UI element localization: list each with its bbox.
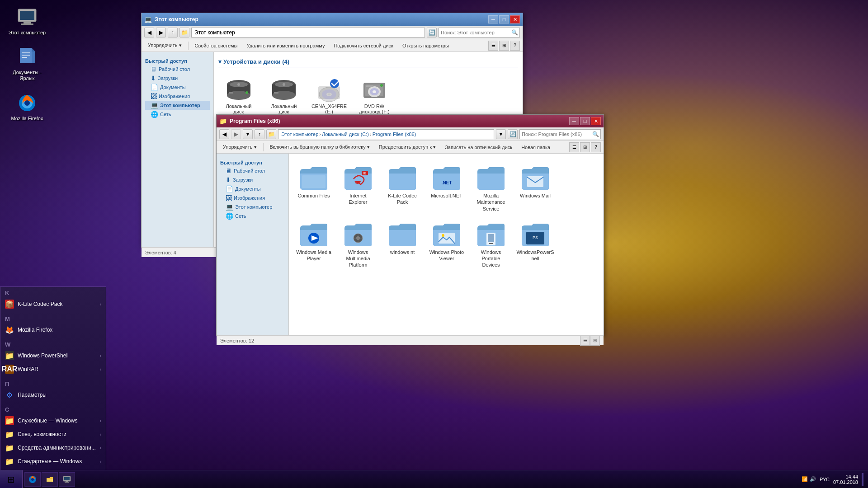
progfiles-include-library-button[interactable]: Включить выбранную папку в библиотеку ▾ (266, 143, 373, 151)
taskbar-clock[interactable]: 14:44 07.01.2018 (833, 474, 858, 485)
menu-item-klite[interactable]: 📦 K-Lite Codec Pack › (0, 297, 106, 311)
progfiles-status-view2[interactable]: ⊞ (590, 336, 600, 346)
mycomputer-icon2: 💻 (226, 203, 233, 211)
mypc-view-btn1[interactable]: ☰ (488, 41, 498, 51)
winrar-icon: RAR (5, 365, 14, 374)
progfiles-forward-button[interactable]: ▶ (231, 129, 241, 139)
menu-item-powershell[interactable]: 📁 Windows PowerShell › (0, 349, 106, 362)
progfiles-status-view1[interactable]: ☰ (580, 336, 590, 346)
mypc-close-button[interactable]: ✕ (510, 15, 520, 23)
progfiles-help-button[interactable]: ? (591, 142, 601, 152)
progfiles-sidebar-desktop[interactable]: 🖥 Рабочий стол (220, 166, 285, 175)
mypc-sidebar-images[interactable]: 🖼 Изображения (145, 92, 210, 101)
mypc-section-collapse[interactable]: ▾ (218, 58, 222, 65)
mypc-up-button[interactable]: ↑ (168, 28, 178, 38)
progfiles-view-btn2[interactable]: ⊞ (580, 142, 590, 152)
progfiles-search-input[interactable] (520, 131, 590, 137)
mypc-back-button[interactable]: ◀ (144, 28, 154, 38)
desktop-icon-firefox[interactable]: Mozilla Firefox (5, 90, 50, 123)
menu-item-system-windows[interactable]: 📁 Служебные — Windows › (0, 414, 106, 427)
folder-dotnet[interactable]: .NET Microsoft.NET (426, 162, 467, 215)
progfiles-close-button[interactable]: ✕ (591, 117, 601, 125)
menu-item-firefox[interactable]: 🦊 Mozilla Firefox (0, 323, 106, 337)
folder-wmp[interactable]: Windows MediaPlayer (293, 218, 334, 271)
progfiles-sidebar-mycomputer[interactable]: 💻 Этот компьютер (220, 202, 285, 211)
progfiles-address-field[interactable]: Этот компьютер › Локальный диск (C:) › P… (278, 129, 494, 139)
mypc-location-button[interactable]: 📁 (179, 28, 189, 38)
start-button[interactable]: ⊞ (0, 470, 23, 488)
progfiles-maximize-button[interactable]: □ (580, 117, 590, 125)
desktop-icon-mycomputer[interactable]: Этот компьютер (5, 5, 50, 38)
breadcrumb-progfiles[interactable]: Program Files (x86) (373, 131, 416, 137)
mypc-maximize-button[interactable]: □ (499, 15, 509, 23)
menu-item-admintools[interactable]: 📁 Средства администрировани... › (0, 441, 106, 455)
breadcrumb-mycomputer[interactable]: Этот компьютер (281, 131, 318, 137)
folder-powershell[interactable]: PS WindowsPowerShell (515, 218, 556, 271)
progfiles-search-button[interactable]: 🔍 (590, 131, 600, 137)
progfiles-search-field[interactable]: 🔍 (519, 129, 601, 139)
progfiles-back-button[interactable]: ◀ (219, 129, 229, 139)
progfiles-sidebar-network[interactable]: 🌐 Сеть (220, 211, 285, 221)
breadcrumb-drive-c[interactable]: Локальный диск (C:) (322, 131, 369, 137)
mypc-search-input[interactable] (439, 30, 509, 35)
mypc-search-field[interactable]: 🔍 (439, 28, 520, 38)
mypc-sidebar-network[interactable]: 🌐 Сеть (145, 110, 210, 119)
menu-item-standard-windows[interactable]: 📁 Стандартные — Windows › (0, 455, 106, 468)
folder-windows-mail[interactable]: Windows Mail (515, 162, 556, 215)
progfiles-sidebar-images[interactable]: 🖼 Изображения (220, 193, 285, 202)
taskbar-mypc[interactable] (59, 472, 75, 487)
progfiles-address-dropdown[interactable]: ▾ (496, 129, 506, 139)
taskbar-firefox[interactable] (24, 472, 41, 487)
mypc-organize-button[interactable]: Упорядочить ▾ (144, 42, 185, 49)
mypc-sidebar-desktop[interactable]: 🖥 Рабочий стол (145, 65, 210, 74)
mypc-help-button[interactable]: ? (510, 41, 520, 51)
progfiles-location-button[interactable]: 📁 (266, 129, 276, 139)
folder-windows-nt[interactable]: windows nt (382, 218, 423, 271)
mypc-search-button[interactable]: 🔍 (509, 29, 519, 36)
folder-ie[interactable]: IE Internet Explorer (338, 162, 378, 215)
mypc-sidebar-mycomputer[interactable]: 💻 Этот компьютер (145, 101, 210, 110)
drive-c-icon (225, 79, 252, 102)
progfiles-refresh-button[interactable]: 🔄 (508, 129, 518, 139)
progfiles-burn-button[interactable]: Записать на оптический диск (441, 144, 516, 151)
menu-item-settings[interactable]: ⚙ Параметры (0, 388, 106, 402)
progfiles-view-btn1[interactable]: ☰ (569, 142, 579, 152)
folder-common-files[interactable]: Common Files (293, 162, 334, 215)
mypc-refresh-button[interactable]: 🔄 (427, 28, 437, 38)
progfiles-share-button[interactable]: Предоставить доступ к ▾ (375, 143, 439, 151)
mypc-sidebar-quickaccess[interactable]: Быстрый доступ (145, 57, 210, 65)
progfiles-minimize-button[interactable]: ─ (569, 117, 579, 125)
menu-item-accessibility[interactable]: 📁 Спец. возможности › (0, 427, 106, 441)
mypc-view-btn2[interactable]: ⊞ (499, 41, 509, 51)
mypc-uninstall-button[interactable]: Удалить или изменить программу (243, 42, 329, 49)
firefox-menu-icon: 🦊 (5, 325, 14, 334)
progfiles-up-button[interactable]: ↑ (255, 129, 264, 139)
progfiles-recent-button[interactable]: ▾ (243, 129, 253, 139)
folder-portable-devices[interactable]: WindowsPortable Devices (471, 218, 511, 271)
folder-wmp2[interactable]: WindowsMultimediaPlatform (338, 218, 378, 271)
progfiles-organize-button[interactable]: Упорядочить ▾ (219, 143, 260, 151)
mypc-system-props-button[interactable]: Свойства системы (191, 42, 241, 49)
progfiles-sidebar-documents[interactable]: 📄 Документы (220, 184, 285, 193)
folder-photo-viewer[interactable]: Windows PhotoViewer (426, 218, 467, 271)
mypc-open-settings-button[interactable]: Открыть параметры (399, 42, 453, 49)
progfiles-sidebar-quickaccess[interactable]: Быстрый доступ (220, 159, 285, 166)
mypc-sidebar-documents[interactable]: 📄 Документы (145, 83, 210, 92)
progfiles-new-folder-button[interactable]: Новая папка (518, 144, 554, 151)
mypc-sidebar-downloads[interactable]: ⬇ Загрузки (145, 74, 210, 83)
folder-mozilla[interactable]: MozillaMaintenanceService (471, 162, 511, 215)
progfiles-sidebar-downloads[interactable]: ⬇ Загрузки (220, 175, 285, 184)
menu-item-winrar[interactable]: RAR WinRAR › (0, 362, 106, 376)
mypc-minimize-button[interactable]: ─ (488, 15, 498, 23)
taskbar-explorer[interactable] (42, 472, 58, 487)
letter-p: П (0, 380, 106, 388)
taskbar-language[interactable]: РУС (820, 477, 830, 482)
drive-d-icon (270, 79, 297, 102)
mypc-address-field[interactable]: Этот компьютер (191, 28, 425, 38)
mypc-forward-button[interactable]: ▶ (156, 28, 166, 38)
folder-klite[interactable]: K-Lite CodecPack (382, 162, 423, 215)
mypc-map-drive-button[interactable]: Подключить сетевой диск (330, 42, 396, 49)
desktop-icon-documents[interactable]: Документы -Ярлык (5, 44, 50, 83)
taskbar-show-desktop[interactable] (862, 473, 863, 486)
mypc-titlebar-buttons: ─ □ ✕ (488, 15, 520, 23)
